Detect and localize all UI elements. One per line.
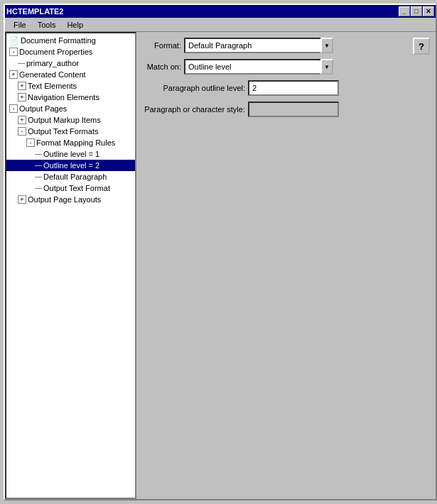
maximize-button[interactable]: □ — [411, 6, 422, 16]
tree-label-outline-level-1: Outline level = 1 — [43, 150, 99, 158]
collapse-output-pages[interactable]: - — [9, 104, 18, 113]
match-dropdown[interactable]: Outline level — [184, 59, 333, 75]
tree-label-doc-properties: Document Properties — [19, 48, 92, 56]
para-outline-input[interactable] — [248, 80, 339, 96]
tree-label-output-text-formats: Output Text Formats — [28, 127, 98, 136]
tree-label-default-paragraph: Default Paragraph — [43, 172, 107, 181]
tree-label-primary-author: primary_author — [26, 59, 79, 67]
tree-item-outline-level-1[interactable]: Outline level = 1 — [6, 148, 135, 160]
tree-item-output-pages[interactable]: - Output Pages — [6, 103, 135, 114]
tree-item-output-text-formats[interactable]: - Output Text Formats — [6, 126, 135, 137]
tree-item-navigation-elements[interactable]: + Navigation Elements — [6, 92, 135, 103]
tree-item-primary-author[interactable]: primary_author — [6, 57, 135, 69]
folder-icon: 📄 — [9, 35, 19, 45]
main-content: 📄 Document Formatting - Document Propert… — [5, 32, 436, 499]
main-window: HCTEMPLATE2 _ □ ✕ File Tools Help 📄 Docu… — [4, 4, 437, 500]
tree-label-navigation-elements: Navigation Elements — [28, 93, 99, 102]
format-dropdown-container: Default Paragraph ▼ — [184, 38, 333, 53]
tree-label-output-pages: Output Pages — [19, 104, 67, 113]
collapse-format-mapping-rules[interactable]: - — [26, 138, 35, 147]
menu-bar: File Tools Help — [5, 18, 436, 32]
collapse-doc-properties[interactable]: - — [9, 48, 18, 56]
menu-file[interactable]: File — [8, 19, 32, 31]
help-button[interactable]: ? — [413, 38, 430, 55]
match-label: Match on: — [142, 62, 181, 71]
para-outline-label: Paragraph outline level: — [142, 84, 245, 92]
tree-label-output-text-format: Output Text Format — [43, 184, 110, 192]
expand-output-page-layouts[interactable]: + — [18, 195, 26, 204]
expand-text-elements[interactable]: + — [18, 82, 26, 90]
expand-output-markup-items[interactable]: + — [18, 116, 26, 124]
para-outline-row: Paragraph outline level: — [142, 80, 430, 96]
tree-item-doc-properties[interactable]: - Document Properties — [6, 46, 135, 57]
tree-item-outline-level-2[interactable]: Outline level = 2 — [6, 160, 135, 171]
match-row: Match on: Outline level ▼ — [142, 59, 430, 75]
tree-item-doc-formatting[interactable]: 📄 Document Formatting — [6, 35, 135, 46]
tree-label-outline-level-2: Outline level = 2 — [43, 161, 99, 170]
title-bar-buttons: _ □ ✕ — [399, 6, 434, 16]
tree-label-text-elements: Text Elements — [28, 82, 77, 90]
tree-label-generated-content: Generated Content — [19, 70, 86, 79]
tree-item-output-page-layouts[interactable]: + Output Page Layouts — [6, 194, 135, 205]
tree-item-text-elements[interactable]: + Text Elements — [6, 80, 135, 92]
tree-item-output-text-format[interactable]: Output Text Format — [6, 182, 135, 194]
title-bar: HCTEMPLATE2 _ □ ✕ — [5, 5, 436, 18]
window-title: HCTEMPLATE2 — [6, 7, 63, 16]
match-dropdown-container: Outline level ▼ — [184, 59, 333, 75]
tree-label-format-mapping-rules: Format Mapping Rules — [36, 138, 115, 147]
para-char-row: Paragraph or character style: — [142, 102, 430, 117]
menu-tools[interactable]: Tools — [32, 19, 62, 31]
tree-label-output-page-layouts: Output Page Layouts — [28, 195, 101, 204]
para-char-label: Paragraph or character style: — [142, 105, 245, 114]
collapse-output-text-formats[interactable]: - — [18, 127, 26, 136]
tree-panel[interactable]: 📄 Document Formatting - Document Propert… — [5, 32, 136, 499]
expand-generated-content[interactable]: + — [9, 70, 18, 79]
format-label: Format: — [142, 41, 181, 50]
tree-item-output-markup-items[interactable]: + Output Markup Items — [6, 114, 135, 126]
tree-label-output-markup-items: Output Markup Items — [28, 116, 101, 124]
expand-navigation-elements[interactable]: + — [18, 93, 26, 102]
menu-help[interactable]: Help — [61, 19, 89, 31]
para-char-input[interactable] — [248, 102, 339, 117]
format-row: Format: Default Paragraph ▼ — [142, 38, 430, 53]
tree-item-default-paragraph[interactable]: Default Paragraph — [6, 171, 135, 182]
tree-item-generated-content[interactable]: + Generated Content — [6, 69, 135, 80]
tree-label-doc-formatting: Document Formatting — [21, 36, 96, 45]
minimize-button[interactable]: _ — [399, 6, 410, 16]
format-dropdown[interactable]: Default Paragraph — [184, 38, 333, 53]
right-panel: ? Format: Default Paragraph ▼ Match on: … — [136, 32, 436, 499]
close-button[interactable]: ✕ — [423, 6, 434, 16]
tree-item-format-mapping-rules[interactable]: - Format Mapping Rules — [6, 137, 135, 148]
